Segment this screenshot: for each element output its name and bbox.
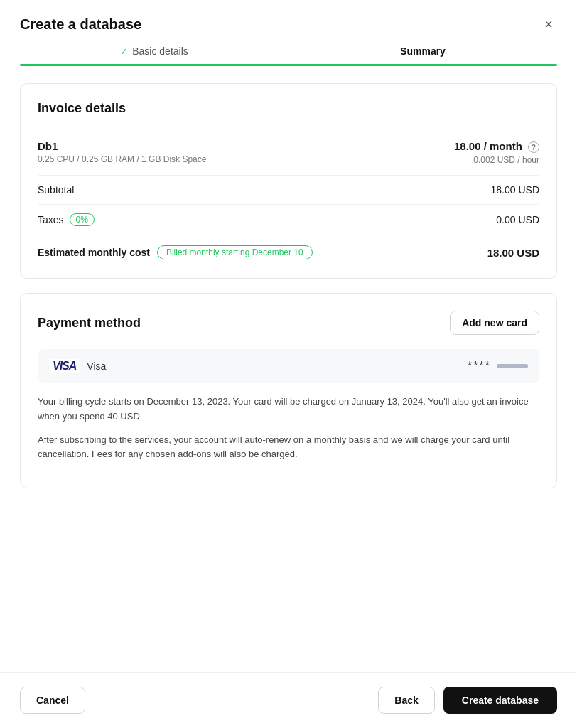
tax-badge: 0% xyxy=(70,213,95,226)
visa-label: Visa xyxy=(87,360,106,372)
db-price: 18.00 / month ? 0.002 USD / hour xyxy=(454,140,539,165)
footer: Cancel Back Create database xyxy=(0,672,577,728)
help-icon[interactable]: ? xyxy=(528,141,539,153)
db-price-main: 18.00 / month ? xyxy=(454,140,539,153)
progress-bar-bg xyxy=(20,64,557,66)
payment-card: Payment method Add new card VISA Visa **… xyxy=(20,293,557,488)
taxes-left: Taxes 0% xyxy=(38,213,95,226)
taxes-row: Taxes 0% 0.00 USD xyxy=(38,205,539,235)
subtotal-value: 18.00 USD xyxy=(491,184,539,196)
back-button[interactable]: Back xyxy=(378,687,434,714)
billing-badge: Billed monthly starting December 10 xyxy=(157,245,313,259)
db-name: Db1 xyxy=(38,140,206,152)
footer-right: Back Create database xyxy=(378,687,557,714)
estimated-row: Estimated monthly cost Billed monthly st… xyxy=(38,235,539,261)
stepper: ✓ Basic details Summary xyxy=(0,46,577,57)
subtotal-label: Subtotal xyxy=(38,184,74,196)
modal: Create a database × ✓ Basic details Summ… xyxy=(0,0,577,728)
step1-label: Basic details xyxy=(132,46,188,57)
billing-note-2: After subscribing to the services, your … xyxy=(38,433,539,463)
db-specs: 0.25 CPU / 0.25 GB RAM / 1 GB Disk Space xyxy=(38,154,206,164)
estimated-price: 18.00 USD xyxy=(487,247,539,259)
cancel-button[interactable]: Cancel xyxy=(20,687,85,714)
content: Invoice details Db1 0.25 CPU / 0.25 GB R… xyxy=(0,66,577,672)
card-last4 xyxy=(497,364,528,368)
visa-left: VISA Visa xyxy=(49,359,106,373)
step-basic-details: ✓ Basic details xyxy=(20,46,288,57)
close-button[interactable]: × xyxy=(540,16,557,33)
taxes-label: Taxes xyxy=(38,214,64,225)
progress-bar-fill xyxy=(20,64,557,66)
card-dots: **** xyxy=(468,360,491,373)
billing-note-1: Your billing cycle starts on December 13… xyxy=(38,395,539,424)
step-summary: Summary xyxy=(288,46,557,57)
create-database-button[interactable]: Create database xyxy=(443,687,557,714)
invoice-title: Invoice details xyxy=(38,101,539,116)
visa-logo: VISA xyxy=(49,359,80,373)
add-card-button[interactable]: Add new card xyxy=(450,311,539,335)
estimated-left: Estimated monthly cost Billed monthly st… xyxy=(38,245,313,259)
db-invoice-row: Db1 0.25 CPU / 0.25 GB RAM / 1 GB Disk S… xyxy=(38,130,539,176)
modal-header: Create a database × xyxy=(0,0,577,46)
taxes-value: 0.00 USD xyxy=(496,214,539,225)
modal-title: Create a database xyxy=(20,16,141,33)
payment-header: Payment method Add new card xyxy=(38,311,539,335)
db-price-sub: 0.002 USD / hour xyxy=(454,155,539,165)
invoice-card: Invoice details Db1 0.25 CPU / 0.25 GB R… xyxy=(20,83,557,279)
payment-title: Payment method xyxy=(38,316,141,331)
estimated-label: Estimated monthly cost xyxy=(38,247,150,258)
step1-check-icon: ✓ xyxy=(120,46,128,57)
db-info: Db1 0.25 CPU / 0.25 GB RAM / 1 GB Disk S… xyxy=(38,140,206,164)
visa-right: **** xyxy=(468,360,528,373)
subtotal-row: Subtotal 18.00 USD xyxy=(38,176,539,205)
visa-card-row: VISA Visa **** xyxy=(38,349,539,383)
step2-label: Summary xyxy=(400,46,446,57)
progress-bar-container xyxy=(0,64,577,66)
